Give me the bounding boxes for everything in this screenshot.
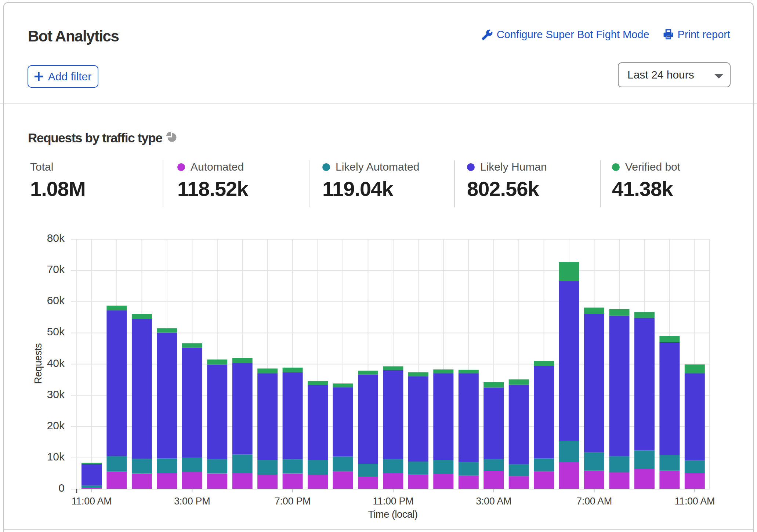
svg-text:0: 0 <box>58 482 65 494</box>
svg-text:70k: 70k <box>47 263 65 275</box>
svg-text:40k: 40k <box>47 357 65 369</box>
svg-text:7:00 PM: 7:00 PM <box>275 496 311 507</box>
svg-text:30k: 30k <box>47 388 65 400</box>
svg-text:50k: 50k <box>47 325 65 338</box>
svg-text:7:00 AM: 7:00 AM <box>576 496 612 507</box>
svg-text:10k: 10k <box>47 451 65 463</box>
svg-text:20k: 20k <box>47 419 65 431</box>
svg-text:3:00 PM: 3:00 PM <box>174 496 210 507</box>
svg-text:Requests: Requests <box>33 343 44 384</box>
svg-text:Time (local): Time (local) <box>368 509 417 520</box>
svg-text:60k: 60k <box>47 294 65 306</box>
svg-text:11:00 AM: 11:00 AM <box>674 496 715 507</box>
svg-text:3:00 AM: 3:00 AM <box>476 496 511 507</box>
svg-text:11:00 AM: 11:00 AM <box>72 496 112 507</box>
svg-text:11:00 PM: 11:00 PM <box>373 496 413 507</box>
svg-text:80k: 80k <box>47 232 65 244</box>
